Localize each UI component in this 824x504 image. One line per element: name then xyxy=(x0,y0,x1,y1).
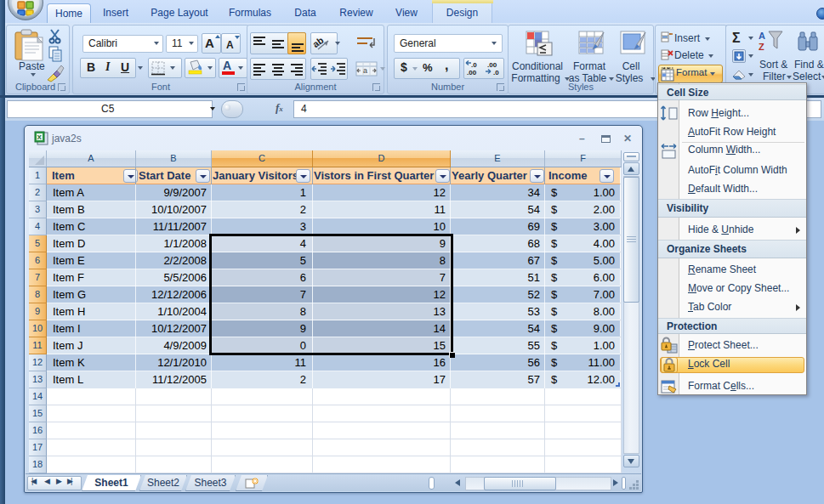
svg-text:.00: .00 xyxy=(487,61,497,69)
svg-text:a: a xyxy=(363,66,367,75)
svg-text:.0: .0 xyxy=(471,61,477,69)
svg-text:.00: .00 xyxy=(467,69,477,76)
svg-text:X: X xyxy=(37,133,43,141)
svg-text:.0: .0 xyxy=(493,69,499,76)
svg-text:Z: Z xyxy=(759,42,764,52)
svg-text:ab: ab xyxy=(313,35,326,49)
svg-text:A: A xyxy=(759,31,765,41)
